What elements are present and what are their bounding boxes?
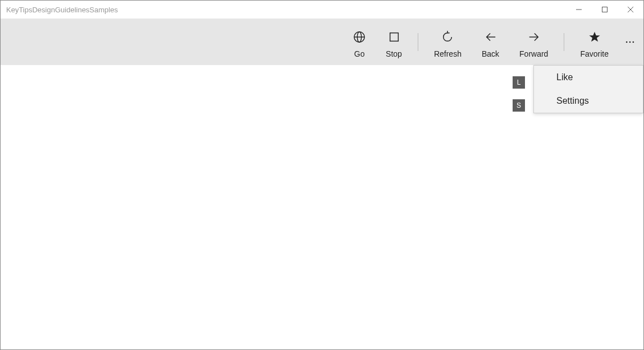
window-controls bbox=[566, 1, 643, 19]
overflow-menu: Like Settings bbox=[533, 65, 643, 113]
arrow-left-icon bbox=[484, 26, 497, 48]
close-button[interactable] bbox=[618, 1, 643, 19]
command-group-primary: Go Stop Refresh bbox=[343, 19, 641, 65]
separator bbox=[418, 33, 418, 51]
svg-marker-10 bbox=[589, 31, 600, 41]
minimize-icon bbox=[576, 6, 582, 13]
maximize-icon bbox=[601, 6, 608, 13]
forward-button[interactable]: Forward bbox=[509, 19, 558, 65]
svg-point-11 bbox=[626, 41, 628, 43]
close-icon bbox=[627, 6, 634, 13]
star-icon bbox=[588, 26, 601, 48]
arrow-right-icon bbox=[527, 26, 541, 48]
svg-point-13 bbox=[633, 41, 634, 43]
keytip-settings: S bbox=[513, 99, 525, 112]
more-icon bbox=[624, 36, 636, 48]
back-button[interactable]: Back bbox=[472, 19, 509, 65]
refresh-icon bbox=[441, 26, 454, 48]
keytip-like: L bbox=[513, 76, 525, 89]
go-button[interactable]: Go bbox=[343, 19, 376, 65]
svg-rect-7 bbox=[390, 33, 398, 41]
refresh-button[interactable]: Refresh bbox=[424, 19, 472, 65]
menu-item-like[interactable]: Like bbox=[534, 66, 643, 89]
titlebar: KeyTipsDesignGuidelinesSamples bbox=[1, 1, 643, 19]
favorite-button[interactable]: Favorite bbox=[570, 19, 619, 65]
menu-item-settings[interactable]: Settings bbox=[534, 89, 643, 113]
menu-item-like-label: Like bbox=[556, 72, 573, 82]
stop-button[interactable]: Stop bbox=[376, 19, 412, 65]
stop-icon bbox=[388, 26, 400, 48]
more-button[interactable] bbox=[619, 19, 641, 65]
svg-rect-1 bbox=[602, 7, 608, 12]
separator bbox=[564, 33, 564, 51]
svg-point-12 bbox=[629, 41, 631, 43]
back-label: Back bbox=[482, 49, 499, 58]
command-bar: Go Stop Refresh bbox=[1, 19, 643, 65]
stop-label: Stop bbox=[386, 49, 402, 58]
go-label: Go bbox=[354, 49, 365, 58]
minimize-button[interactable] bbox=[566, 1, 592, 19]
forward-label: Forward bbox=[519, 49, 548, 58]
menu-item-settings-label: Settings bbox=[556, 96, 589, 106]
maximize-button[interactable] bbox=[592, 1, 618, 19]
window-title: KeyTipsDesignGuidelinesSamples bbox=[1, 6, 118, 14]
globe-icon bbox=[353, 26, 366, 48]
refresh-label: Refresh bbox=[434, 49, 462, 58]
favorite-label: Favorite bbox=[580, 49, 609, 58]
